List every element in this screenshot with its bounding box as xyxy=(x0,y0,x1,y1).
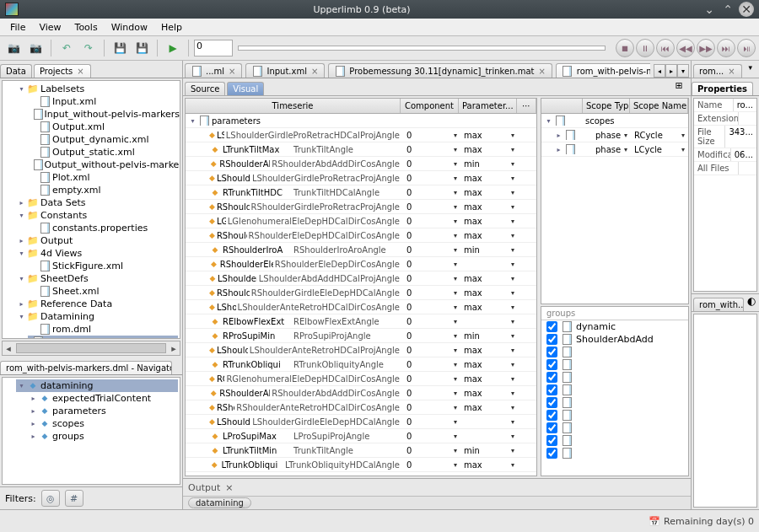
menu-help[interactable]: Help xyxy=(154,20,189,35)
chevron-down-icon[interactable]: ▾ xyxy=(511,375,514,383)
play-icon[interactable]: ▶▶ xyxy=(697,39,715,57)
group-row[interactable]: ShoulderAbdAdd xyxy=(541,333,688,346)
chevron-down-icon[interactable]: ▾ xyxy=(454,146,457,153)
tree-item[interactable]: ▾SheetDefs xyxy=(16,272,178,285)
chevron-down-icon[interactable]: ▾ xyxy=(511,246,514,254)
group-checkbox[interactable] xyxy=(546,334,557,345)
tree-item[interactable]: Input.xml xyxy=(28,95,178,108)
undo-icon[interactable]: ↶ xyxy=(57,38,77,58)
menu-file[interactable]: File xyxy=(3,20,32,35)
chevron-down-icon[interactable]: ▾ xyxy=(454,433,457,440)
chevron-down-icon[interactable]: ▾ xyxy=(454,404,457,411)
col-parameter[interactable]: Parameter... xyxy=(459,99,517,113)
group-row[interactable] xyxy=(541,346,688,358)
expand-icon[interactable]: ⊞ xyxy=(669,75,689,95)
editor-tab[interactable]: rom_with-pelvis-markers.dml× xyxy=(556,63,650,78)
maximize-button[interactable]: ⌃ xyxy=(720,2,735,17)
tree-item[interactable]: empty.xml xyxy=(28,184,178,196)
group-row[interactable] xyxy=(541,422,688,434)
chevron-down-icon[interactable]: ▾ xyxy=(624,146,627,153)
chevron-down-icon[interactable]: ▾ xyxy=(511,318,514,325)
chevron-down-icon[interactable]: ▾ xyxy=(511,261,514,268)
tree-item[interactable]: Output_dynamic.xml xyxy=(28,133,178,146)
table-row[interactable]: ▸phase▾LCycle▾ xyxy=(541,142,688,157)
table-row[interactable]: ▾scopes xyxy=(541,114,688,128)
toggle-icon[interactable]: ▸ xyxy=(18,199,25,207)
chevron-down-icon[interactable]: ▾ xyxy=(454,218,457,225)
rewind-icon[interactable]: ⏮ xyxy=(656,39,675,57)
toggle-icon[interactable]: ▾ xyxy=(18,212,25,219)
table-row[interactable]: LProSupiMaxLProSupiProjAngle0▾▾ xyxy=(186,429,536,443)
group-row[interactable] xyxy=(541,371,688,384)
group-row[interactable] xyxy=(541,447,688,459)
tree-item[interactable]: rom_with-pelvis-markers.dml xyxy=(28,336,178,339)
minimize-button[interactable]: ⌄ xyxy=(702,2,717,17)
tree-item[interactable]: ▸Reference Data xyxy=(16,298,178,310)
tab-prev-icon[interactable]: ◂ xyxy=(654,64,665,78)
tree-item[interactable]: ▾Labelsets xyxy=(16,83,178,95)
close-tab-icon[interactable]: × xyxy=(537,67,546,76)
tab-navigator[interactable]: rom_with-pelvis-markers.dml - Navigator× xyxy=(0,361,172,374)
group-row[interactable] xyxy=(541,434,688,447)
chevron-down-icon[interactable]: ▾ xyxy=(511,132,514,139)
chevron-down-icon[interactable]: ▾ xyxy=(454,461,457,469)
chevron-down-icon[interactable]: ▾ xyxy=(454,418,457,426)
tab-projects[interactable]: Projects× xyxy=(34,64,91,78)
tab-data[interactable]: Data xyxy=(0,64,32,78)
chevron-down-icon[interactable]: ▾ xyxy=(511,275,514,282)
chevron-down-icon[interactable]: ▾ xyxy=(454,332,457,340)
nav-item[interactable]: ▸parameters xyxy=(28,405,178,417)
nav-item[interactable]: ▸expectedTrialContent xyxy=(28,392,178,405)
more-tabs-icon[interactable]: ▾ xyxy=(744,57,757,78)
close-output-icon[interactable]: × xyxy=(225,482,233,493)
chevron-down-icon[interactable]: ▾ xyxy=(624,132,627,139)
run-icon[interactable]: ▶ xyxy=(163,38,183,58)
tree-item[interactable]: Output_without-pelvis-markers.xml xyxy=(28,159,178,171)
chevron-down-icon[interactable]: ▾ xyxy=(511,461,514,469)
tree-item[interactable]: ▾Constants xyxy=(16,209,178,222)
project-tree[interactable]: ▾Labelsets Input.xml Input_without-pelvi… xyxy=(2,80,180,339)
close-tab-icon[interactable]: × xyxy=(310,67,319,76)
chevron-down-icon[interactable]: ▾ xyxy=(681,132,685,139)
group-checkbox[interactable] xyxy=(546,372,557,383)
toggle-icon[interactable]: ▸ xyxy=(18,300,25,308)
tree-item[interactable]: Sheet.xml xyxy=(28,285,178,298)
tree-item[interactable]: Input_without-pelvis-markers.xml xyxy=(28,108,178,121)
chevron-down-icon[interactable]: ▾ xyxy=(454,275,457,282)
tree-item[interactable]: Output_static.xml xyxy=(28,146,178,159)
table-row[interactable]: LShoulderGirdLShoulderGirdleEleDepHDCalA… xyxy=(186,415,536,429)
chevron-down-icon[interactable]: ▾ xyxy=(511,189,514,196)
chevron-down-icon[interactable]: ▾ xyxy=(511,160,514,168)
table-row[interactable]: LShoulderGirdLShoulderGirdleProRetracHDC… xyxy=(186,128,536,142)
editor-tab[interactable]: Input.xml× xyxy=(245,63,325,78)
chevron-down-icon[interactable]: ▾ xyxy=(454,175,457,182)
chevron-down-icon[interactable]: ▾ xyxy=(511,347,514,354)
nav-item[interactable]: ▸scopes xyxy=(28,417,178,430)
close-tab-icon[interactable]: × xyxy=(76,67,84,76)
chevron-down-icon[interactable]: ▾ xyxy=(454,375,457,383)
group-checkbox[interactable] xyxy=(546,410,557,421)
table-row[interactable]: ▾parameters xyxy=(186,114,536,128)
group-row[interactable] xyxy=(541,409,688,422)
table-row[interactable]: LShoulderGirdLShoulderGirdleProRetracPro… xyxy=(186,171,536,185)
tab-rom[interactable]: rom...× xyxy=(693,64,742,78)
menu-tools[interactable]: Tools xyxy=(68,20,105,35)
menu-window[interactable]: Window xyxy=(105,20,154,35)
chevron-down-icon[interactable]: ▾ xyxy=(681,146,685,153)
table-row[interactable]: LShoulderAnteLShoulderAnteRetroHDCalDirC… xyxy=(186,300,536,314)
table-row[interactable]: RTrunkObliquiRTrunkObliquityAngle0▾max▾ xyxy=(186,357,536,372)
toggle-icon[interactable]: ▾ xyxy=(18,313,25,320)
tree-item[interactable]: ▾Datamining xyxy=(16,310,178,323)
chevron-down-icon[interactable]: ▾ xyxy=(511,447,514,454)
table-row[interactable]: LTrunkObliquiLTrunkObliquityHDCalAngle0▾… xyxy=(186,458,536,472)
saveall-icon[interactable]: 💾 xyxy=(132,38,152,58)
group-checkbox[interactable] xyxy=(546,359,557,370)
forward-icon[interactable]: ⏭ xyxy=(717,39,735,57)
navigator-tree[interactable]: ▾datamining▸expectedTrialContent▸paramet… xyxy=(2,377,180,485)
tab-source[interactable]: Source xyxy=(185,82,225,95)
tab-properties[interactable]: Properties xyxy=(692,82,753,95)
tree-item[interactable]: Plot.xml xyxy=(28,171,178,184)
tab-romwith[interactable]: rom_with... xyxy=(693,298,744,311)
save-icon[interactable]: 💾 xyxy=(110,38,130,58)
table-row[interactable]: RShoulderGirdRShoulderGirdleEleDepHDCalA… xyxy=(186,286,536,300)
